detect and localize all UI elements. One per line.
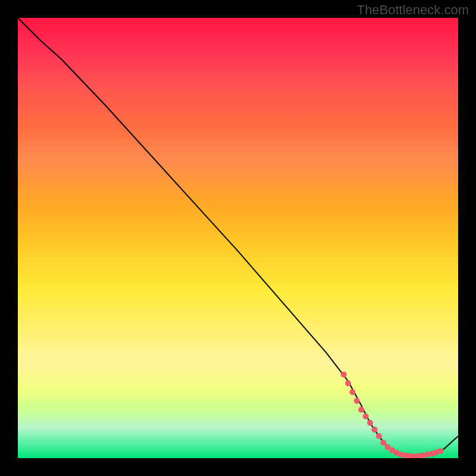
chart-line [18, 18, 458, 456]
marker-dot [380, 440, 386, 446]
chart-svg [18, 18, 458, 458]
marker-dot [358, 407, 364, 413]
marker-dot [345, 380, 351, 386]
marker-dot [371, 427, 377, 433]
chart-plot-area [18, 18, 458, 458]
watermark-text: TheBottleneck.com [357, 2, 469, 18]
chart-markers [341, 371, 444, 458]
marker-dot [341, 371, 347, 377]
marker-dot [349, 389, 355, 395]
marker-dot [354, 398, 360, 404]
marker-dot [367, 420, 373, 426]
marker-dot [376, 433, 382, 439]
marker-dot [437, 448, 443, 454]
marker-dot [363, 414, 369, 419]
